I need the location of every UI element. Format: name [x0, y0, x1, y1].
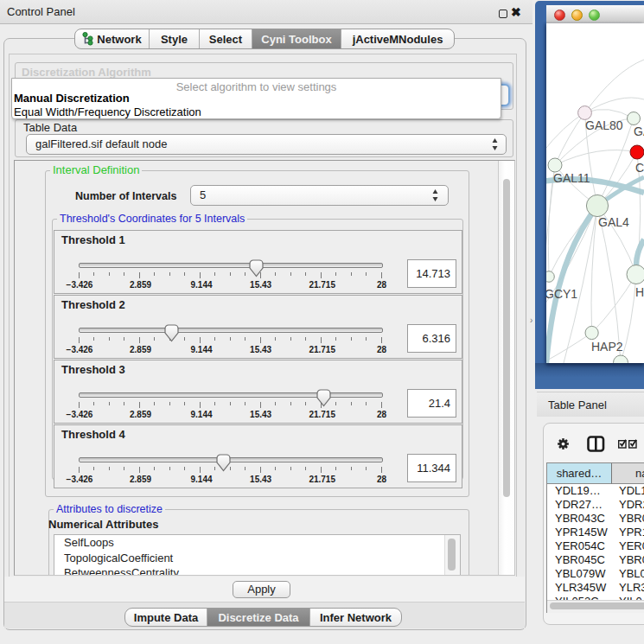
svg-text:HAP2: HAP2	[591, 340, 623, 354]
svg-text:GAL11: GAL11	[553, 171, 590, 185]
svg-text:GA: GA	[634, 124, 644, 138]
svg-text:GCY1: GCY1	[546, 287, 577, 301]
svg-text:C: C	[635, 161, 644, 175]
svg-text:GAL80: GAL80	[585, 118, 623, 132]
svg-text:H: H	[635, 285, 644, 299]
svg-text:GAL4: GAL4	[598, 215, 629, 229]
